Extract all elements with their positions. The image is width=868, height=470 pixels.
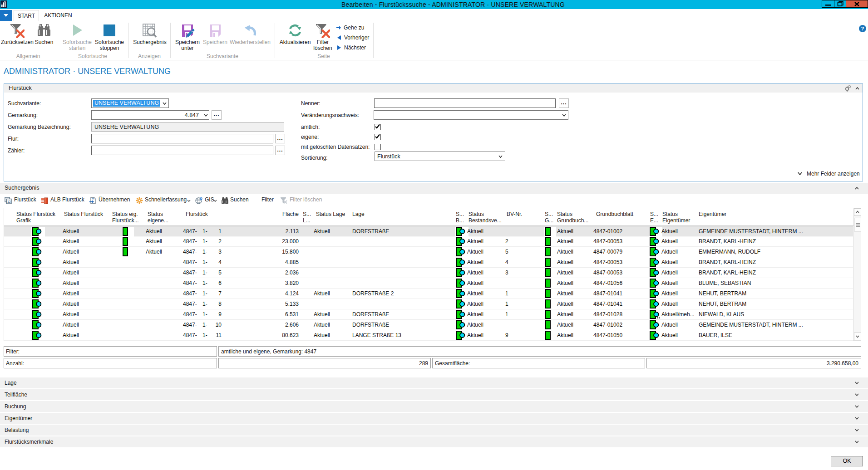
- svg-text:12: 12: [7, 200, 11, 203]
- svg-text:?: ?: [861, 26, 864, 31]
